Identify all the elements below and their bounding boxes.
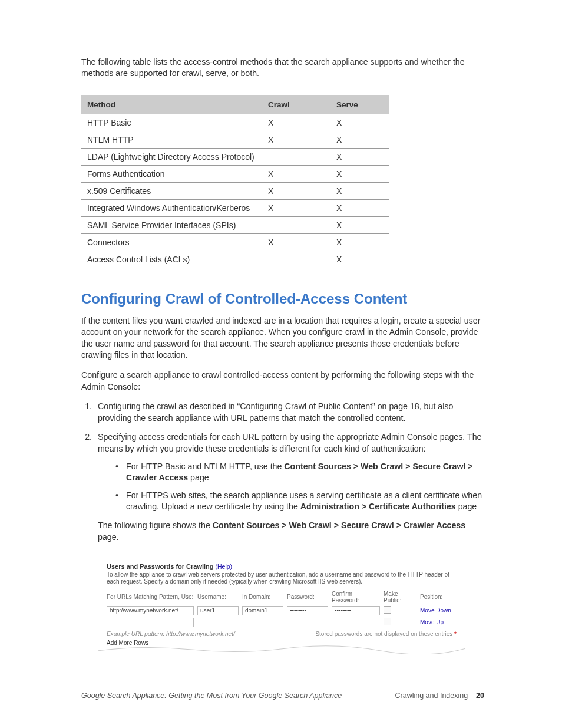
torn-edge	[98, 645, 465, 654]
example-pattern: Example URL pattern: http://www.mynetwor…	[107, 631, 235, 637]
fig-title: Users and Passwords for Crawling	[107, 563, 214, 570]
confirm-password-input[interactable]	[332, 606, 380, 615]
th-crawl: Crawl	[262, 95, 330, 114]
table-row: Integrated Windows Authentication/Kerber…	[81, 199, 389, 216]
footer-section: Crawling and Indexing	[395, 691, 468, 700]
move-up-link[interactable]: Move Up	[420, 619, 452, 625]
table-row: HTTP BasicXX	[81, 114, 389, 131]
step-1: Configuring the crawl as described in “C…	[94, 401, 484, 424]
password-input[interactable]	[287, 606, 328, 615]
th-serve: Serve	[330, 95, 389, 114]
intro-paragraph: The following table lists the access-con…	[81, 57, 484, 79]
page-footer: Google Search Appliance: Getting the Mos…	[81, 691, 484, 700]
th-method: Method	[81, 95, 262, 114]
url-pattern-input-2[interactable]	[107, 618, 194, 627]
fig-description: To allow the appliance to crawl web serv…	[107, 571, 457, 586]
make-public-checkbox[interactable]	[384, 606, 391, 614]
fig-data-row-1: Move Down	[107, 606, 457, 615]
paragraph-1: If the content files you want crawled an…	[81, 315, 484, 361]
fig-help-link[interactable]: (Help)	[215, 563, 232, 570]
table-row: LDAP (Lightweight Directory Access Proto…	[81, 148, 389, 165]
paragraph-2: Configure a search appliance to crawl co…	[81, 370, 484, 393]
make-public-checkbox-2[interactable]	[384, 618, 391, 625]
move-down-link[interactable]: Move Down	[420, 607, 452, 614]
step-2-text: Specifying access credentials for each U…	[98, 432, 481, 453]
domain-input[interactable]	[242, 606, 283, 615]
bullet-https: For HTTPS web sites, the search applianc…	[115, 490, 484, 513]
step-2: Specifying access credentials for each U…	[94, 431, 484, 513]
bullet-http: For HTTP Basic and NTLM HTTP, use the Co…	[115, 461, 484, 484]
fig-data-row-2: Move Up	[107, 618, 457, 627]
table-row: x.509 CertificatesXX	[81, 182, 389, 199]
table-row: ConnectorsXX	[81, 233, 389, 251]
username-input[interactable]	[197, 606, 239, 615]
figure-intro: The following figure shows the Content S…	[98, 520, 484, 543]
table-row: Access Control Lists (ACLs)X	[81, 251, 389, 268]
table-row: Forms AuthenticationXX	[81, 165, 389, 182]
url-pattern-input[interactable]	[107, 606, 194, 615]
methods-table: Method Crawl Serve HTTP BasicXXNTLM HTTP…	[81, 95, 389, 268]
section-heading: Configuring Crawl of Controlled-Access C…	[81, 291, 484, 307]
table-row: SAML Service Provider Interfaces (SPIs)X	[81, 216, 389, 233]
crawler-access-figure: Users and Passwords for Crawling (Help) …	[98, 558, 465, 654]
table-row: NTLM HTTPXX	[81, 131, 389, 148]
fig-header-row: For URLs Matching Pattern, Use: Username…	[107, 591, 457, 604]
page-number: 20	[476, 691, 484, 700]
stored-passwords-note: Stored passwords are not displayed on th…	[315, 631, 454, 637]
footer-doc-title: Google Search Appliance: Getting the Mos…	[81, 691, 342, 700]
